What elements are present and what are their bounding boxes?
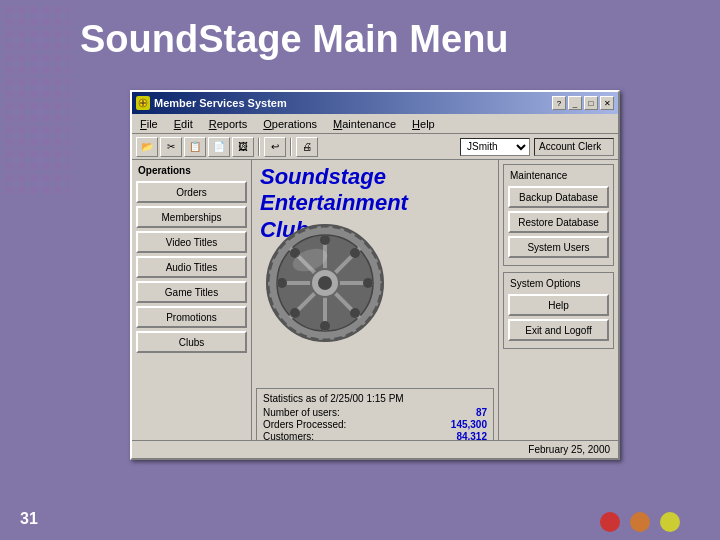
titlebar-title: Member Services System <box>154 97 287 109</box>
svg-point-12 <box>318 276 332 290</box>
svg-point-21 <box>290 308 300 318</box>
btn-backup-db[interactable]: Backup Database <box>508 186 609 208</box>
btn-video-titles[interactable]: Video Titles <box>136 231 247 253</box>
right-panel: Maintenance Backup Database Restore Data… <box>498 160 618 456</box>
close-button[interactable]: ✕ <box>600 96 614 110</box>
menu-maintenance[interactable]: Maintenance <box>329 117 400 131</box>
stats-value-users: 87 <box>427 407 487 418</box>
svg-point-16 <box>277 278 287 288</box>
menu-reports[interactable]: Reports <box>205 117 252 131</box>
page-title: SoundStage Main Menu <box>80 18 509 61</box>
btn-restore-db[interactable]: Restore Database <box>508 211 609 233</box>
film-reel-image <box>260 218 390 348</box>
btn-clubs[interactable]: Clubs <box>136 331 247 353</box>
btn-game-titles[interactable]: Game Titles <box>136 281 247 303</box>
btn-promotions[interactable]: Promotions <box>136 306 247 328</box>
stats-row-orders: Orders Processed: 145,300 <box>263 419 487 430</box>
stats-value-orders: 145,300 <box>427 419 487 430</box>
toolbar-image[interactable]: 🖼 <box>232 137 254 157</box>
dot-orange <box>630 512 650 532</box>
statusbar: February 25, 2000 <box>132 440 618 458</box>
btn-exit-logoff[interactable]: Exit and Logoff <box>508 319 609 341</box>
menu-operations[interactable]: Operations <box>259 117 321 131</box>
toolbar-sep2 <box>290 138 292 156</box>
dot-red <box>600 512 620 532</box>
dot-yellow <box>660 512 680 532</box>
btn-orders[interactable]: Orders <box>136 181 247 203</box>
svg-point-19 <box>350 308 360 318</box>
app-window: Member Services System ? _ □ ✕ File Edit… <box>130 90 620 460</box>
toolbar: 📂 ✂ 📋 📄 🖼 ↩ 🖨 JSmith Account Clerk <box>132 134 618 160</box>
btn-audio-titles[interactable]: Audio Titles <box>136 256 247 278</box>
slide-background: SoundStage Main Menu 31 Member Services … <box>0 0 720 540</box>
titlebar: Member Services System ? _ □ ✕ <box>132 92 618 114</box>
titlebar-left: Member Services System <box>136 96 287 110</box>
minimize-button[interactable]: _ <box>568 96 582 110</box>
dot-grid-decoration <box>5 5 70 195</box>
app-icon <box>136 96 150 110</box>
menu-help[interactable]: Help <box>408 117 439 131</box>
system-options-group: System Options Help Exit and Logoff <box>503 272 614 349</box>
decor-dots-bottom <box>600 512 680 532</box>
toolbar-open[interactable]: 📂 <box>136 137 158 157</box>
maintenance-group: Maintenance Backup Database Restore Data… <box>503 164 614 266</box>
menu-edit[interactable]: Edit <box>170 117 197 131</box>
btn-system-users[interactable]: System Users <box>508 236 609 258</box>
film-reel-container <box>260 218 390 352</box>
operations-title: Operations <box>136 164 247 177</box>
svg-point-14 <box>320 235 330 245</box>
toolbar-cut[interactable]: ✂ <box>160 137 182 157</box>
menu-file[interactable]: File <box>136 117 162 131</box>
svg-point-15 <box>320 321 330 331</box>
stats-box: Statistics as of 2/25/00 1:15 PM Number … <box>256 388 494 448</box>
toolbar-paste[interactable]: 📄 <box>208 137 230 157</box>
stats-row-users: Number of users: 87 <box>263 407 487 418</box>
slide-number: 31 <box>20 510 38 528</box>
role-label: Account Clerk <box>534 138 614 156</box>
stats-title: Statistics as of 2/25/00 1:15 PM <box>263 393 487 404</box>
toolbar-sep1 <box>258 138 260 156</box>
operations-panel: Operations Orders Memberships Video Titl… <box>132 160 252 456</box>
help-button[interactable]: ? <box>552 96 566 110</box>
titlebar-buttons[interactable]: ? _ □ ✕ <box>552 96 614 110</box>
center-panel: Soundstage Entertainment Club <box>252 160 498 456</box>
toolbar-print[interactable]: 🖨 <box>296 137 318 157</box>
svg-point-20 <box>350 248 360 258</box>
main-content: Operations Orders Memberships Video Titl… <box>132 160 618 456</box>
stats-label-orders: Orders Processed: <box>263 419 346 430</box>
user-select[interactable]: JSmith <box>460 138 530 156</box>
btn-help[interactable]: Help <box>508 294 609 316</box>
statusbar-date: February 25, 2000 <box>528 444 610 455</box>
system-options-title: System Options <box>508 277 609 290</box>
menubar: File Edit Reports Operations Maintenance… <box>132 114 618 134</box>
stats-label-users: Number of users: <box>263 407 340 418</box>
svg-point-17 <box>363 278 373 288</box>
toolbar-user-area: JSmith Account Clerk <box>460 138 614 156</box>
toolbar-undo[interactable]: ↩ <box>264 137 286 157</box>
maximize-button[interactable]: □ <box>584 96 598 110</box>
btn-memberships[interactable]: Memberships <box>136 206 247 228</box>
toolbar-copy[interactable]: 📋 <box>184 137 206 157</box>
maintenance-title: Maintenance <box>508 169 609 182</box>
svg-rect-1 <box>5 5 70 195</box>
